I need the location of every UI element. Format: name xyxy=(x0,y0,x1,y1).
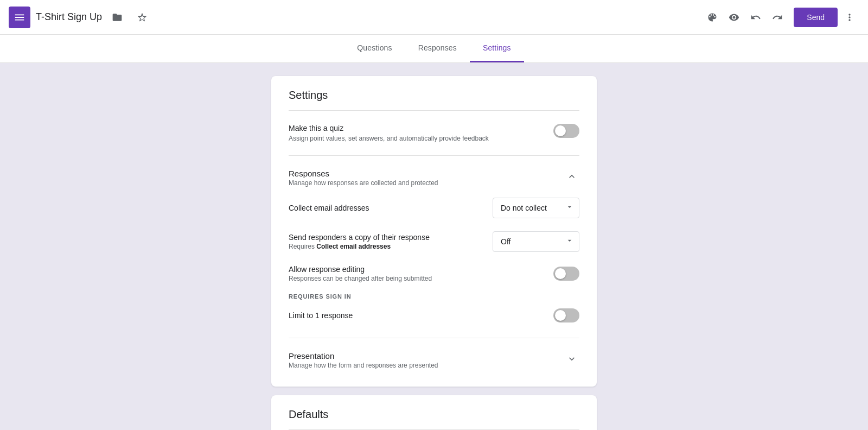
responses-header-text: Responses Manage how responses are colle… xyxy=(289,169,438,187)
collect-email-select[interactable]: Do not collect Verified Responder input xyxy=(493,198,579,218)
allow-editing-toggle[interactable] xyxy=(553,267,579,281)
send-copy-dropdown-wrap: Off Always When requested xyxy=(493,231,579,252)
allow-editing-toggle-thumb xyxy=(555,268,566,279)
send-copy-row: Send responders a copy of their response… xyxy=(289,225,579,258)
quiz-title: Make this a quiz xyxy=(289,124,489,132)
app-icon xyxy=(9,7,30,28)
collect-email-dropdown-wrap: Do not collect Verified Responder input xyxy=(493,198,579,218)
limit-response-text: Limit to 1 response xyxy=(289,311,553,320)
defaults-card: Defaults Form defaults Settings applied … xyxy=(271,395,597,430)
responses-description: Manage how responses are collected and p… xyxy=(289,179,438,187)
presentation-description: Manage how the form and responses are pr… xyxy=(289,362,438,369)
divider-3 xyxy=(289,338,579,338)
limit-response-toggle-thumb xyxy=(555,310,566,321)
collect-email-text: Collect email addresses xyxy=(289,204,493,212)
form-title: T-Shirt Sign Up xyxy=(36,11,102,23)
nav-tabs: Questions Responses Settings xyxy=(0,35,868,63)
undo-button[interactable] xyxy=(746,8,765,27)
send-copy-text: Send responders a copy of their response… xyxy=(289,233,493,250)
send-copy-sub-prefix: Requires xyxy=(289,243,316,250)
responses-section-header: Responses Manage how responses are colle… xyxy=(289,165,579,191)
requires-signin-label: REQUIRES SIGN IN xyxy=(289,289,579,302)
presentation-expand-button[interactable] xyxy=(564,351,579,366)
quiz-text: Make this a quiz Assign point values, se… xyxy=(289,124,489,142)
allow-editing-sub: Responses can be changed after being sub… xyxy=(289,275,553,282)
divider-1 xyxy=(289,110,579,111)
collect-email-row: Collect email addresses Do not collect V… xyxy=(289,191,579,225)
preview-button[interactable] xyxy=(724,8,744,27)
quiz-toggle-thumb xyxy=(555,125,566,136)
topbar-actions: Send xyxy=(703,8,859,27)
responses-title: Responses xyxy=(289,169,438,178)
main-content: Settings Make this a quiz Assign point v… xyxy=(0,63,868,430)
topbar: T-Shirt Sign Up xyxy=(0,0,868,35)
send-copy-sub: Requires Collect email addresses xyxy=(289,243,493,250)
collect-email-label: Collect email addresses xyxy=(289,204,493,212)
quiz-description: Assign point values, set answers, and au… xyxy=(289,135,489,142)
defaults-title: Defaults xyxy=(289,408,579,421)
send-copy-label: Send responders a copy of their response xyxy=(289,233,493,242)
settings-title: Settings xyxy=(289,89,579,102)
divider-2 xyxy=(289,155,579,156)
limit-response-toggle[interactable] xyxy=(553,308,579,322)
palette-button[interactable] xyxy=(703,8,722,27)
tab-responses[interactable]: Responses xyxy=(405,35,470,62)
presentation-title: Presentation xyxy=(289,351,438,361)
presentation-section-header: Presentation Manage how the form and res… xyxy=(289,347,579,374)
presentation-header-text: Presentation Manage how the form and res… xyxy=(289,351,438,369)
quiz-toggle[interactable] xyxy=(553,124,579,138)
send-copy-sub-bold: Collect email addresses xyxy=(316,243,391,250)
star-button[interactable] xyxy=(132,8,152,27)
tab-settings[interactable]: Settings xyxy=(470,35,524,62)
tab-questions[interactable]: Questions xyxy=(344,35,405,62)
folder-button[interactable] xyxy=(107,8,127,27)
allow-editing-text: Allow response editing Responses can be … xyxy=(289,265,553,282)
send-button[interactable]: Send xyxy=(794,8,838,27)
limit-response-label: Limit to 1 response xyxy=(289,311,553,320)
responses-collapse-button[interactable] xyxy=(564,169,579,184)
send-copy-select[interactable]: Off Always When requested xyxy=(493,231,579,252)
allow-editing-label: Allow response editing xyxy=(289,265,553,274)
settings-card: Settings Make this a quiz Assign point v… xyxy=(271,76,597,387)
quiz-row: Make this a quiz Assign point values, se… xyxy=(289,119,579,147)
allow-editing-row: Allow response editing Responses can be … xyxy=(289,258,579,289)
redo-button[interactable] xyxy=(768,8,787,27)
topbar-left: T-Shirt Sign Up xyxy=(9,7,703,28)
limit-response-row: Limit to 1 response xyxy=(289,302,579,329)
more-options-button[interactable] xyxy=(840,8,859,27)
